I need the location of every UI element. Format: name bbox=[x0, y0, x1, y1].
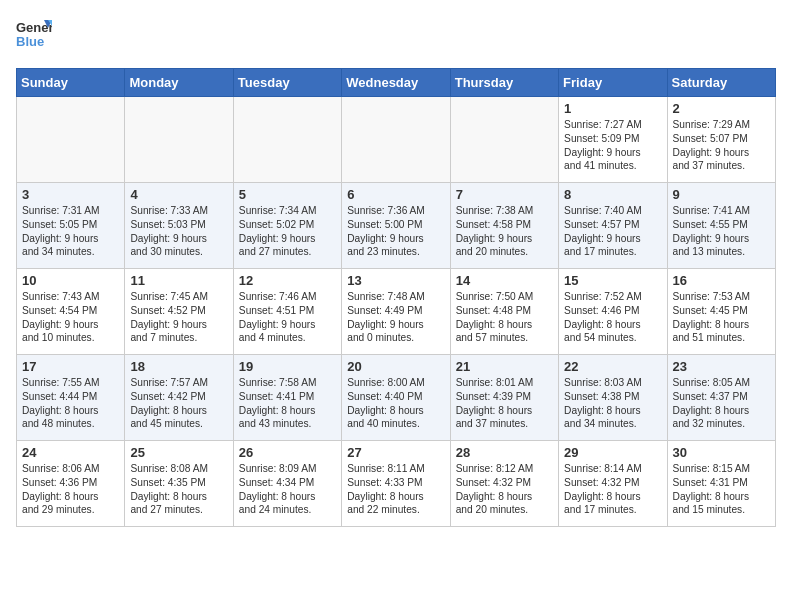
cell-details: Sunrise: 7:27 AM Sunset: 5:09 PM Dayligh… bbox=[564, 118, 661, 173]
cell-details: Sunrise: 7:58 AM Sunset: 4:41 PM Dayligh… bbox=[239, 376, 336, 431]
cell-details: Sunrise: 8:01 AM Sunset: 4:39 PM Dayligh… bbox=[456, 376, 553, 431]
calendar-cell: 12Sunrise: 7:46 AM Sunset: 4:51 PM Dayli… bbox=[233, 269, 341, 355]
day-number: 27 bbox=[347, 445, 444, 460]
cell-details: Sunrise: 7:29 AM Sunset: 5:07 PM Dayligh… bbox=[673, 118, 770, 173]
calendar-cell: 24Sunrise: 8:06 AM Sunset: 4:36 PM Dayli… bbox=[17, 441, 125, 527]
cell-details: Sunrise: 7:57 AM Sunset: 4:42 PM Dayligh… bbox=[130, 376, 227, 431]
calendar-cell: 1Sunrise: 7:27 AM Sunset: 5:09 PM Daylig… bbox=[559, 97, 667, 183]
cell-details: Sunrise: 8:03 AM Sunset: 4:38 PM Dayligh… bbox=[564, 376, 661, 431]
day-number: 16 bbox=[673, 273, 770, 288]
cell-details: Sunrise: 8:11 AM Sunset: 4:33 PM Dayligh… bbox=[347, 462, 444, 517]
day-number: 2 bbox=[673, 101, 770, 116]
svg-text:Blue: Blue bbox=[16, 34, 44, 49]
calendar-cell: 20Sunrise: 8:00 AM Sunset: 4:40 PM Dayli… bbox=[342, 355, 450, 441]
weekday-header: Wednesday bbox=[342, 69, 450, 97]
cell-details: Sunrise: 7:52 AM Sunset: 4:46 PM Dayligh… bbox=[564, 290, 661, 345]
calendar-cell: 6Sunrise: 7:36 AM Sunset: 5:00 PM Daylig… bbox=[342, 183, 450, 269]
calendar-cell bbox=[125, 97, 233, 183]
day-number: 9 bbox=[673, 187, 770, 202]
logo: General Blue bbox=[16, 16, 52, 56]
day-number: 25 bbox=[130, 445, 227, 460]
calendar-cell: 7Sunrise: 7:38 AM Sunset: 4:58 PM Daylig… bbox=[450, 183, 558, 269]
day-number: 26 bbox=[239, 445, 336, 460]
weekday-header: Sunday bbox=[17, 69, 125, 97]
cell-details: Sunrise: 8:14 AM Sunset: 4:32 PM Dayligh… bbox=[564, 462, 661, 517]
calendar-cell: 22Sunrise: 8:03 AM Sunset: 4:38 PM Dayli… bbox=[559, 355, 667, 441]
calendar-cell: 19Sunrise: 7:58 AM Sunset: 4:41 PM Dayli… bbox=[233, 355, 341, 441]
day-number: 6 bbox=[347, 187, 444, 202]
calendar-cell: 28Sunrise: 8:12 AM Sunset: 4:32 PM Dayli… bbox=[450, 441, 558, 527]
weekday-header: Monday bbox=[125, 69, 233, 97]
calendar-cell: 15Sunrise: 7:52 AM Sunset: 4:46 PM Dayli… bbox=[559, 269, 667, 355]
day-number: 28 bbox=[456, 445, 553, 460]
cell-details: Sunrise: 8:08 AM Sunset: 4:35 PM Dayligh… bbox=[130, 462, 227, 517]
calendar-cell: 2Sunrise: 7:29 AM Sunset: 5:07 PM Daylig… bbox=[667, 97, 775, 183]
calendar-cell: 9Sunrise: 7:41 AM Sunset: 4:55 PM Daylig… bbox=[667, 183, 775, 269]
weekday-header: Friday bbox=[559, 69, 667, 97]
logo-icon: General Blue bbox=[16, 16, 52, 56]
day-number: 7 bbox=[456, 187, 553, 202]
day-number: 20 bbox=[347, 359, 444, 374]
calendar-cell: 25Sunrise: 8:08 AM Sunset: 4:35 PM Dayli… bbox=[125, 441, 233, 527]
calendar-cell: 27Sunrise: 8:11 AM Sunset: 4:33 PM Dayli… bbox=[342, 441, 450, 527]
cell-details: Sunrise: 7:40 AM Sunset: 4:57 PM Dayligh… bbox=[564, 204, 661, 259]
day-number: 18 bbox=[130, 359, 227, 374]
calendar-cell: 30Sunrise: 8:15 AM Sunset: 4:31 PM Dayli… bbox=[667, 441, 775, 527]
day-number: 14 bbox=[456, 273, 553, 288]
calendar-cell: 10Sunrise: 7:43 AM Sunset: 4:54 PM Dayli… bbox=[17, 269, 125, 355]
cell-details: Sunrise: 8:09 AM Sunset: 4:34 PM Dayligh… bbox=[239, 462, 336, 517]
cell-details: Sunrise: 7:48 AM Sunset: 4:49 PM Dayligh… bbox=[347, 290, 444, 345]
calendar-cell bbox=[17, 97, 125, 183]
day-number: 22 bbox=[564, 359, 661, 374]
weekday-header: Thursday bbox=[450, 69, 558, 97]
calendar-cell: 8Sunrise: 7:40 AM Sunset: 4:57 PM Daylig… bbox=[559, 183, 667, 269]
calendar-cell: 17Sunrise: 7:55 AM Sunset: 4:44 PM Dayli… bbox=[17, 355, 125, 441]
cell-details: Sunrise: 7:43 AM Sunset: 4:54 PM Dayligh… bbox=[22, 290, 119, 345]
cell-details: Sunrise: 7:55 AM Sunset: 4:44 PM Dayligh… bbox=[22, 376, 119, 431]
calendar-cell: 5Sunrise: 7:34 AM Sunset: 5:02 PM Daylig… bbox=[233, 183, 341, 269]
calendar-cell: 11Sunrise: 7:45 AM Sunset: 4:52 PM Dayli… bbox=[125, 269, 233, 355]
calendar-cell bbox=[233, 97, 341, 183]
calendar-cell: 16Sunrise: 7:53 AM Sunset: 4:45 PM Dayli… bbox=[667, 269, 775, 355]
day-number: 3 bbox=[22, 187, 119, 202]
cell-details: Sunrise: 8:05 AM Sunset: 4:37 PM Dayligh… bbox=[673, 376, 770, 431]
cell-details: Sunrise: 8:15 AM Sunset: 4:31 PM Dayligh… bbox=[673, 462, 770, 517]
day-number: 15 bbox=[564, 273, 661, 288]
cell-details: Sunrise: 8:06 AM Sunset: 4:36 PM Dayligh… bbox=[22, 462, 119, 517]
day-number: 29 bbox=[564, 445, 661, 460]
weekday-header: Tuesday bbox=[233, 69, 341, 97]
cell-details: Sunrise: 7:34 AM Sunset: 5:02 PM Dayligh… bbox=[239, 204, 336, 259]
day-number: 23 bbox=[673, 359, 770, 374]
calendar-cell: 26Sunrise: 8:09 AM Sunset: 4:34 PM Dayli… bbox=[233, 441, 341, 527]
day-number: 1 bbox=[564, 101, 661, 116]
cell-details: Sunrise: 7:36 AM Sunset: 5:00 PM Dayligh… bbox=[347, 204, 444, 259]
calendar-cell: 29Sunrise: 8:14 AM Sunset: 4:32 PM Dayli… bbox=[559, 441, 667, 527]
cell-details: Sunrise: 7:46 AM Sunset: 4:51 PM Dayligh… bbox=[239, 290, 336, 345]
calendar-cell: 14Sunrise: 7:50 AM Sunset: 4:48 PM Dayli… bbox=[450, 269, 558, 355]
day-number: 10 bbox=[22, 273, 119, 288]
day-number: 24 bbox=[22, 445, 119, 460]
day-number: 8 bbox=[564, 187, 661, 202]
cell-details: Sunrise: 7:41 AM Sunset: 4:55 PM Dayligh… bbox=[673, 204, 770, 259]
calendar-table: SundayMondayTuesdayWednesdayThursdayFrid… bbox=[16, 68, 776, 527]
calendar-cell: 23Sunrise: 8:05 AM Sunset: 4:37 PM Dayli… bbox=[667, 355, 775, 441]
day-number: 13 bbox=[347, 273, 444, 288]
cell-details: Sunrise: 7:31 AM Sunset: 5:05 PM Dayligh… bbox=[22, 204, 119, 259]
day-number: 19 bbox=[239, 359, 336, 374]
weekday-header: Saturday bbox=[667, 69, 775, 97]
calendar-cell: 21Sunrise: 8:01 AM Sunset: 4:39 PM Dayli… bbox=[450, 355, 558, 441]
cell-details: Sunrise: 7:53 AM Sunset: 4:45 PM Dayligh… bbox=[673, 290, 770, 345]
calendar-cell bbox=[450, 97, 558, 183]
calendar-cell: 3Sunrise: 7:31 AM Sunset: 5:05 PM Daylig… bbox=[17, 183, 125, 269]
day-number: 12 bbox=[239, 273, 336, 288]
day-number: 30 bbox=[673, 445, 770, 460]
cell-details: Sunrise: 7:38 AM Sunset: 4:58 PM Dayligh… bbox=[456, 204, 553, 259]
cell-details: Sunrise: 8:00 AM Sunset: 4:40 PM Dayligh… bbox=[347, 376, 444, 431]
day-number: 21 bbox=[456, 359, 553, 374]
day-number: 4 bbox=[130, 187, 227, 202]
page-header: General Blue bbox=[16, 16, 776, 56]
calendar-cell: 4Sunrise: 7:33 AM Sunset: 5:03 PM Daylig… bbox=[125, 183, 233, 269]
cell-details: Sunrise: 7:33 AM Sunset: 5:03 PM Dayligh… bbox=[130, 204, 227, 259]
cell-details: Sunrise: 8:12 AM Sunset: 4:32 PM Dayligh… bbox=[456, 462, 553, 517]
cell-details: Sunrise: 7:45 AM Sunset: 4:52 PM Dayligh… bbox=[130, 290, 227, 345]
